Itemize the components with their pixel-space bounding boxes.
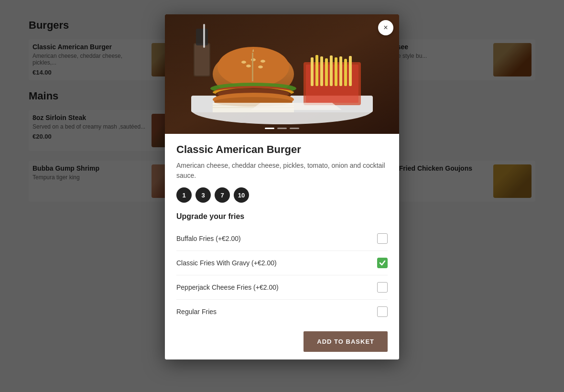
dot-3	[290, 128, 299, 129]
modal-body: Classic American Burger American cheese,…	[165, 134, 399, 324]
svg-rect-11	[335, 57, 337, 86]
fries-checkbox-buffalo[interactable]	[377, 233, 388, 244]
fries-option-label-pepperjack: Pepperjack Cheese Fries (+€2.00)	[176, 283, 279, 291]
modal-overlay: × Classic American Burger American chees…	[0, 0, 564, 392]
allergen-badges: 1 3 7 10	[176, 187, 388, 203]
fries-option-label-regular: Regular Fries	[176, 308, 217, 316]
svg-rect-6	[311, 57, 314, 86]
fries-option-pepperjack[interactable]: Pepperjack Cheese Fries (+€2.00)	[176, 275, 388, 300]
item-detail-modal: × Classic American Burger American chees…	[165, 14, 399, 359]
svg-point-21	[258, 65, 263, 68]
fries-option-label-gravy: Classic Fries With Gravy (+€2.00)	[176, 259, 277, 267]
svg-rect-37	[203, 24, 205, 48]
allergen-badge-2: 3	[195, 187, 211, 203]
svg-rect-13	[344, 59, 347, 86]
fries-option-label-buffalo: Buffalo Fries (+€2.00)	[176, 235, 241, 242]
close-icon: ×	[383, 23, 388, 32]
svg-rect-36	[196, 29, 208, 45]
svg-rect-29	[252, 53, 253, 81]
fries-option-buffalo[interactable]: Buffalo Fries (+€2.00)	[176, 227, 388, 251]
fries-checkbox-pepperjack[interactable]	[377, 282, 388, 293]
dot-1	[265, 128, 274, 129]
modal-hero-image: ×	[165, 14, 399, 134]
svg-rect-12	[339, 56, 342, 86]
fries-checkbox-gravy[interactable]	[377, 258, 388, 268]
svg-rect-35	[195, 44, 209, 76]
svg-point-17	[241, 61, 246, 64]
modal-item-description: American cheese, cheddar cheese, pickles…	[176, 161, 388, 181]
allergen-badge-4: 10	[234, 187, 249, 203]
fries-option-regular[interactable]: Regular Fries	[176, 300, 388, 324]
close-button[interactable]: ×	[378, 20, 393, 35]
svg-point-19	[260, 60, 265, 63]
image-carousel-dots	[265, 128, 299, 129]
modal-footer: ADD TO BASKET	[165, 324, 399, 359]
add-to-basket-button[interactable]: ADD TO BASKET	[304, 331, 388, 352]
svg-rect-7	[315, 55, 318, 86]
svg-rect-9	[325, 58, 328, 86]
fries-option-gravy[interactable]: Classic Fries With Gravy (+€2.00)	[176, 251, 388, 275]
dot-2	[277, 128, 287, 129]
svg-rect-8	[320, 56, 323, 86]
svg-rect-10	[330, 55, 333, 86]
svg-point-20	[246, 65, 251, 67]
svg-rect-14	[349, 56, 352, 86]
allergen-badge-3: 7	[215, 187, 230, 203]
fries-checkbox-regular[interactable]	[377, 306, 388, 317]
svg-marker-38	[251, 103, 342, 110]
hero-image-svg	[165, 14, 399, 134]
allergen-badge-1: 1	[176, 187, 192, 203]
modal-item-title: Classic American Burger	[176, 143, 388, 156]
upgrade-fries-label: Upgrade your fries	[176, 212, 388, 221]
checkmark-icon	[379, 260, 386, 266]
